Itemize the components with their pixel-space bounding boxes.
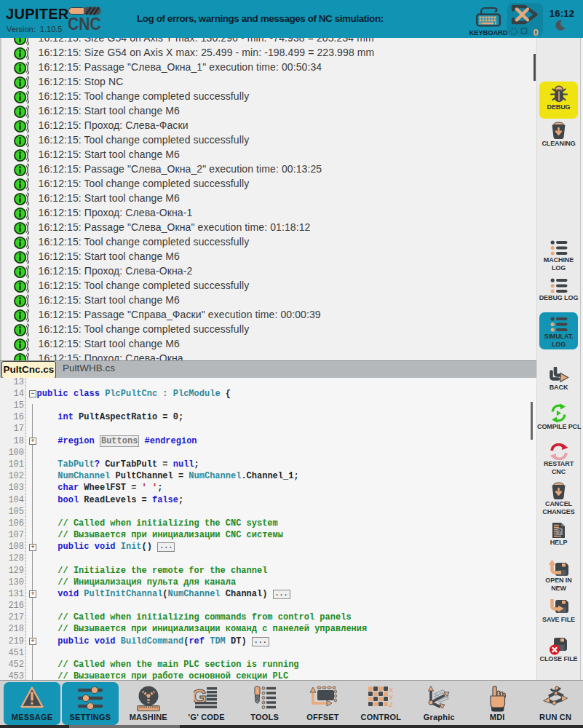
svg-text:G: G xyxy=(194,686,207,708)
svg-text:Z: Z xyxy=(389,700,393,708)
svg-text:?: ? xyxy=(558,527,562,535)
